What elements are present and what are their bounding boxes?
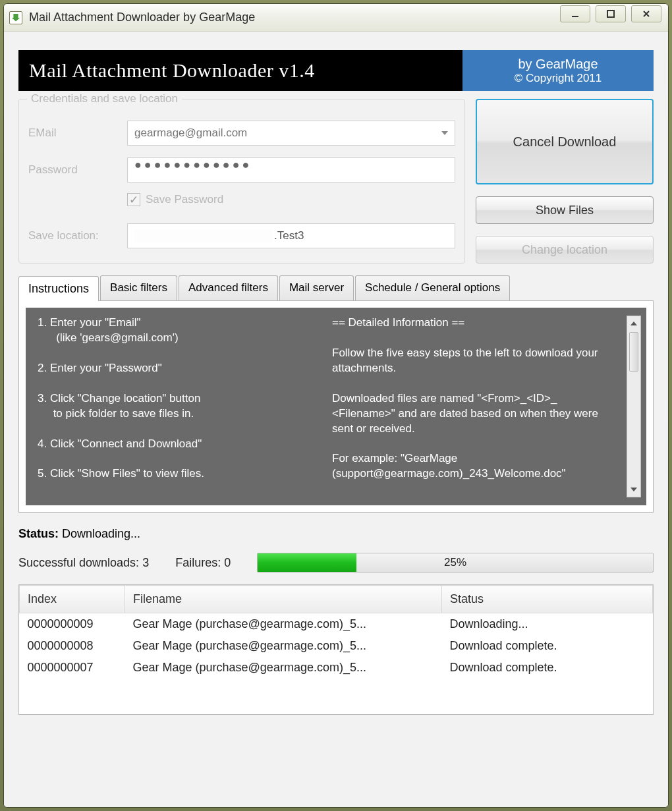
password-field[interactable]: ●●●●●●●●●●●● bbox=[127, 157, 455, 182]
progress-bar: 25% bbox=[257, 553, 654, 573]
cell-status: Downloading... bbox=[442, 613, 653, 636]
progress-label: 25% bbox=[258, 553, 653, 572]
instructions-right-col: == Detailed Information == Follow the fi… bbox=[332, 316, 615, 497]
email-dropdown-icon[interactable] bbox=[435, 121, 455, 145]
tabs: Instructions Basic filters Advanced filt… bbox=[18, 275, 654, 513]
scroll-thumb[interactable] bbox=[629, 332, 638, 372]
col-index[interactable]: Index bbox=[20, 586, 125, 613]
scrollbar[interactable] bbox=[627, 316, 641, 497]
col-filename[interactable]: Filename bbox=[125, 586, 442, 613]
instructions-left-col: 1. Enter your "Email" (like 'gears@gmail… bbox=[38, 316, 320, 497]
cell-index: 0000000009 bbox=[20, 613, 125, 636]
scroll-down-icon[interactable] bbox=[627, 482, 640, 497]
instructions-panel: 1. Enter your "Email" (like 'gears@gmail… bbox=[26, 308, 646, 505]
success-count: 3 bbox=[142, 556, 149, 569]
titlebar: Mail Attachment Downloader by GearMage bbox=[4, 4, 668, 32]
downloads-table: Index Filename Status 0000000009 Gear Ma… bbox=[18, 584, 654, 715]
app-icon bbox=[9, 11, 22, 24]
table-row[interactable]: 0000000009 Gear Mage (purchase@gearmage.… bbox=[20, 613, 653, 636]
cell-index: 0000000008 bbox=[20, 635, 125, 657]
cell-filename: Gear Mage (purchase@gearmage.com)_5... bbox=[125, 635, 442, 657]
product-title: Mail Attachment Downloader v1.4 bbox=[18, 50, 462, 91]
fail-label: Failures: bbox=[175, 556, 221, 569]
save-password-checkbox[interactable]: ✓ bbox=[127, 193, 140, 206]
cancel-download-button[interactable]: Cancel Download bbox=[476, 99, 654, 184]
window-title: Mail Attachment Downloader by GearMage bbox=[29, 11, 255, 24]
minimize-button[interactable] bbox=[560, 5, 590, 22]
copyright-line: © Copyright 2011 bbox=[515, 72, 602, 85]
svg-rect-0 bbox=[572, 16, 578, 17]
cell-index: 0000000007 bbox=[20, 657, 125, 714]
close-button[interactable] bbox=[631, 5, 661, 22]
col-status[interactable]: Status bbox=[442, 586, 653, 613]
main-window: Mail Attachment Downloader by GearMage M… bbox=[3, 3, 669, 808]
cell-filename: Gear Mage (purchase@gearmage.com)_5... bbox=[125, 657, 442, 714]
tab-basic-filters[interactable]: Basic filters bbox=[100, 275, 177, 300]
banner-credits: by GearMage © Copyright 2011 bbox=[462, 50, 654, 91]
tab-body: 1. Enter your "Email" (like 'gears@gmail… bbox=[18, 301, 654, 513]
save-location-field[interactable]: .Test3 bbox=[127, 223, 455, 248]
tab-mail-server[interactable]: Mail server bbox=[279, 275, 354, 300]
fail-count: 0 bbox=[224, 556, 231, 569]
save-location-label: Save location: bbox=[28, 229, 127, 242]
table-body: 0000000009 Gear Mage (purchase@gearmage.… bbox=[20, 613, 653, 715]
email-field[interactable] bbox=[127, 121, 455, 146]
scroll-up-icon[interactable] bbox=[627, 316, 640, 331]
success-label: Successful downloads: bbox=[18, 556, 139, 569]
table-row[interactable]: 0000000007 Gear Mage (purchase@gearmage.… bbox=[20, 657, 653, 714]
status-value: Downloading... bbox=[62, 527, 140, 540]
by-line: by GearMage bbox=[518, 57, 598, 72]
cell-status: Download complete. bbox=[442, 635, 653, 657]
save-password-label: Save Password bbox=[146, 193, 223, 206]
save-location-suffix: .Test3 bbox=[274, 229, 304, 242]
client-area: Mail Attachment Downloader v1.4 by GearM… bbox=[4, 32, 668, 807]
email-label: EMail bbox=[28, 126, 127, 140]
svg-rect-1 bbox=[607, 11, 614, 17]
credentials-groupbox: Credentials and save location EMail Pass… bbox=[18, 99, 465, 264]
table-row[interactable]: 0000000008 Gear Mage (purchase@gearmage.… bbox=[20, 635, 653, 657]
cell-status: Download complete. bbox=[442, 657, 653, 714]
show-files-button[interactable]: Show Files bbox=[476, 196, 654, 224]
password-label: Password bbox=[28, 163, 127, 177]
cell-filename: Gear Mage (purchase@gearmage.com)_5... bbox=[125, 613, 442, 636]
tab-instructions[interactable]: Instructions bbox=[18, 276, 99, 301]
change-location-button[interactable]: Change location bbox=[476, 236, 654, 264]
tab-advanced-filters[interactable]: Advanced filters bbox=[179, 275, 278, 300]
status-label: Status: bbox=[18, 527, 59, 540]
banner: Mail Attachment Downloader v1.4 by GearM… bbox=[18, 50, 654, 91]
credentials-legend: Credentials and save location bbox=[27, 92, 182, 105]
status-area: Status: Downloading... Successful downlo… bbox=[18, 527, 654, 715]
maximize-button[interactable] bbox=[596, 5, 626, 22]
tab-schedule-options[interactable]: Schedule / General options bbox=[355, 275, 510, 300]
